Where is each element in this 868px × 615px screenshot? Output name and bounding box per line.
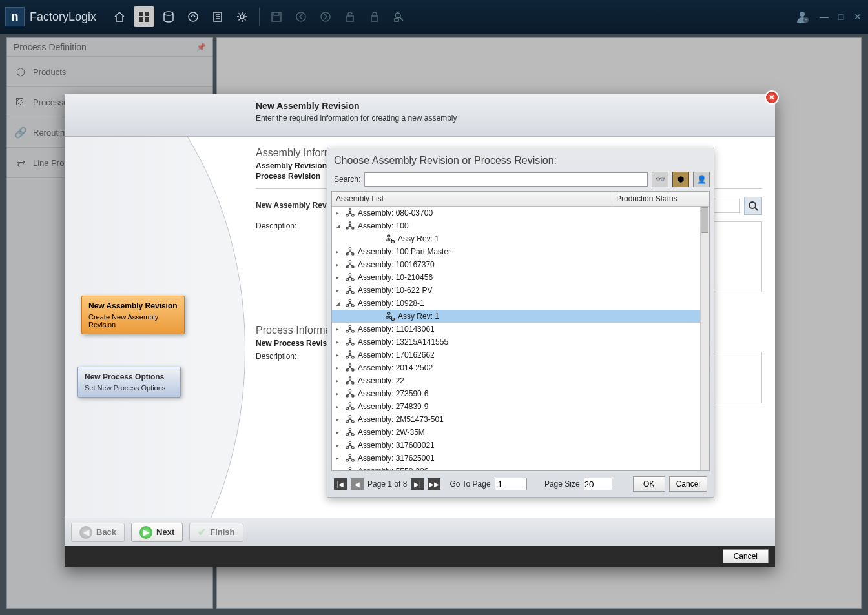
tree-row-assembly[interactable]: ▸Assembly: 273590-6 <box>332 387 709 400</box>
expand-arrow-icon[interactable]: ▸ <box>336 248 342 255</box>
expand-arrow-icon[interactable]: ▸ <box>336 468 342 470</box>
tree-row-assembly[interactable]: ▸Assembly: 080-03700 <box>332 207 709 219</box>
unlock-icon[interactable] <box>340 6 360 27</box>
save-icon[interactable] <box>266 6 287 27</box>
expand-arrow-icon[interactable]: ◢ <box>336 223 342 229</box>
assembly-icon <box>345 427 355 438</box>
svg-point-70 <box>346 421 349 423</box>
find-icon[interactable] <box>389 6 409 27</box>
svg-point-68 <box>352 408 355 410</box>
expand-arrow-icon[interactable]: ▸ <box>336 352 342 358</box>
tree-row-label: Assembly: 317600021 <box>358 441 435 450</box>
tree-row-assembly[interactable]: ▸Assembly: 100 Part Master <box>332 245 709 258</box>
pager-prev-button[interactable]: ◀ <box>351 478 364 490</box>
minimize-button[interactable]: — <box>819 12 829 22</box>
refresh-icon[interactable] <box>183 6 203 27</box>
wizard-subtitle: Enter the required information for creat… <box>256 114 762 123</box>
tree-row-assembly[interactable]: ▸Assembly: 10-622 PV <box>332 284 709 297</box>
filter-user-button[interactable]: 👤 <box>693 172 710 187</box>
expand-arrow-icon[interactable]: ▸ <box>336 274 342 281</box>
tree-row-assembly[interactable]: ▸Assembly: 170162662 <box>332 348 709 361</box>
lock-icon[interactable] <box>364 6 385 27</box>
browse-assembly-button[interactable] <box>744 197 762 215</box>
wizard-cancel-button[interactable]: Cancel <box>723 549 769 563</box>
expand-arrow-icon[interactable]: ◢ <box>336 300 342 307</box>
tree-row-revision[interactable]: Assy Rev: 1 <box>332 232 709 245</box>
expand-arrow-icon[interactable]: ▸ <box>336 403 342 410</box>
svg-point-48 <box>349 325 351 328</box>
maximize-button[interactable]: □ <box>836 12 846 22</box>
expand-arrow-icon[interactable]: ▸ <box>336 326 342 332</box>
svg-rect-9 <box>274 12 279 15</box>
tree-row-label: Assembly: 2014-2502 <box>358 363 433 372</box>
svg-point-21 <box>352 214 355 217</box>
svg-point-44 <box>388 312 391 315</box>
expand-arrow-icon[interactable]: ▸ <box>336 416 342 423</box>
search-input[interactable] <box>364 172 648 187</box>
gear-icon[interactable] <box>232 6 253 27</box>
nav-back-icon[interactable] <box>291 6 311 27</box>
tree-row-assembly[interactable]: ▸Assembly: 2M51473-501 <box>332 413 709 426</box>
expand-arrow-icon[interactable]: ▸ <box>336 210 342 216</box>
expand-arrow-icon[interactable]: ▸ <box>336 378 342 384</box>
tree-row-revision[interactable]: Assy Rev: 1 <box>332 310 709 323</box>
column-production-status[interactable]: Production Status <box>612 192 709 206</box>
title-bar: n FactoryLogix — □ ✕ <box>0 0 868 34</box>
svg-point-32 <box>349 261 351 263</box>
expand-arrow-icon[interactable]: ▸ <box>336 261 342 268</box>
expand-arrow-icon[interactable]: ▸ <box>336 455 342 461</box>
ok-button[interactable]: OK <box>633 476 665 492</box>
svg-point-54 <box>349 351 351 354</box>
step-new-process-options[interactable]: New Process Options Set New Process Opti… <box>78 367 181 398</box>
filter-assembly-button[interactable]: ⬢ <box>672 172 689 187</box>
next-button[interactable]: ▶Next <box>131 523 183 542</box>
back-button[interactable]: ◀Back <box>71 523 125 542</box>
svg-point-18 <box>749 202 756 208</box>
grid-body[interactable]: ▸Assembly: 080-03700◢Assembly: 100Assy R… <box>332 207 709 470</box>
expand-arrow-icon[interactable]: ▸ <box>336 390 342 397</box>
app-title: FactoryLogix <box>30 10 96 24</box>
main-toolbar <box>109 6 409 27</box>
tree-row-label: Assembly: 100167370 <box>358 260 435 269</box>
pager-next-button[interactable]: ▶| <box>411 478 424 490</box>
finish-button[interactable]: ✔Finish <box>189 523 243 542</box>
expand-arrow-icon[interactable]: ▸ <box>336 442 342 449</box>
grid-icon[interactable] <box>134 6 154 27</box>
wizard-close-button[interactable]: ✕ <box>765 90 779 105</box>
tree-row-assembly[interactable]: ◢Assembly: 10928-1 <box>332 297 709 310</box>
step-new-assembly-revision[interactable]: New Assembly Revision Create New Assembl… <box>81 296 185 334</box>
expand-arrow-icon[interactable]: ▸ <box>336 365 342 371</box>
tree-row-assembly[interactable]: ▸Assembly: 13215A141555 <box>332 336 709 348</box>
expand-arrow-icon[interactable]: ▸ <box>336 429 342 436</box>
close-button[interactable]: ✕ <box>852 12 863 22</box>
tree-row-assembly[interactable]: ▸Assembly: 317600021 <box>332 439 709 452</box>
svg-rect-2 <box>139 17 143 22</box>
scrollbar-thumb[interactable] <box>701 207 708 233</box>
nav-forward-icon[interactable] <box>315 6 336 27</box>
tree-row-assembly[interactable]: ▸Assembly: 2014-2502 <box>332 361 709 374</box>
tree-row-assembly[interactable]: ▸Assembly: 5558-306 <box>332 465 709 470</box>
tree-row-assembly[interactable]: ▸Assembly: 110143061 <box>332 323 709 336</box>
column-assembly-list[interactable]: Assembly List <box>332 192 612 206</box>
home-icon[interactable] <box>109 6 130 27</box>
expand-arrow-icon[interactable]: ▸ <box>336 287 342 294</box>
svg-point-55 <box>346 356 349 359</box>
scrollbar[interactable] <box>700 207 709 470</box>
expand-arrow-icon[interactable]: ▸ <box>336 339 342 345</box>
pager-last-button[interactable]: ▶▶ <box>428 478 440 490</box>
filter-binoculars-button[interactable]: 👓 <box>652 172 668 187</box>
tree-row-assembly[interactable]: ▸Assembly: 317625001 <box>332 452 709 465</box>
tree-row-assembly[interactable]: ▸Assembly: 10-210456 <box>332 271 709 284</box>
tree-row-assembly[interactable]: ▸Assembly: 22 <box>332 374 709 387</box>
tree-row-assembly[interactable]: ▸Assembly: 2W-35M <box>332 426 709 439</box>
goto-page-input[interactable] <box>495 478 527 490</box>
tree-row-assembly[interactable]: ▸Assembly: 100167370 <box>332 258 709 271</box>
document-icon[interactable] <box>207 6 228 27</box>
database-icon[interactable] <box>158 6 179 27</box>
tree-row-assembly[interactable]: ◢Assembly: 100 <box>332 219 709 232</box>
page-size-select[interactable] <box>584 478 612 490</box>
chooser-cancel-button[interactable]: Cancel <box>669 476 707 492</box>
pager-first-button[interactable]: |◀ <box>334 478 347 490</box>
user-icon[interactable] <box>792 6 812 27</box>
tree-row-assembly[interactable]: ▸Assembly: 274839-9 <box>332 400 709 413</box>
